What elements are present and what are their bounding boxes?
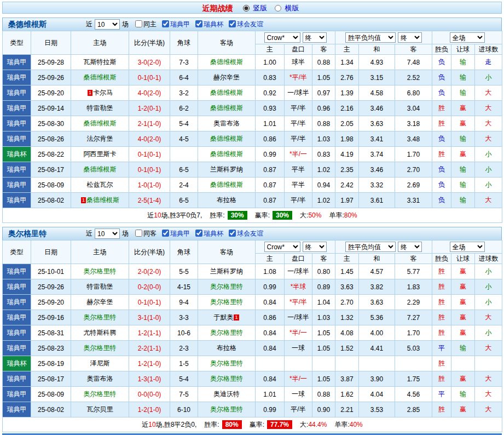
league-cell: 瑞典甲 <box>3 178 31 193</box>
score-cell: 2-2(1-1) <box>129 341 170 356</box>
filter-checkbox-3[interactable]: 球会友谊 <box>229 229 263 238</box>
col-avg-draw: 和 <box>359 44 395 55</box>
avg-type-select[interactable]: 胜平负均值 <box>345 32 396 43</box>
avg-home-cell: 1.62 <box>335 387 359 402</box>
summary-row: 近10场,胜3平0负7,胜率:30%赢率:30%大:50%单率:80% <box>3 208 502 223</box>
away-team-cell: 兰斯科罗纳 <box>198 162 256 178</box>
full-group-header: 全场 <box>432 241 502 254</box>
view-horizontal-radio[interactable]: 横版 <box>275 4 299 12</box>
avg-time-select[interactable]: 终 <box>398 242 422 252</box>
away-team-cell: 奥尔格里特 <box>198 279 256 295</box>
scope-select[interactable]: 全场 <box>450 32 485 43</box>
corner-cell: 3-2 <box>170 85 198 101</box>
avg-away-cell: 1.70 <box>395 147 432 162</box>
odds-time-select[interactable]: 终 <box>303 32 327 43</box>
odds-away-cell: 0.88 <box>312 116 335 131</box>
goals-cell: 大 <box>475 341 502 356</box>
filter-checkbox-input-3[interactable] <box>229 230 236 237</box>
avg-time-select[interactable]: 终 <box>398 32 422 43</box>
score-cell: 2-1(1-0) <box>129 116 170 131</box>
odds-time-select[interactable]: 终 <box>303 242 327 252</box>
bookmaker-select[interactable]: Crow* <box>264 242 300 252</box>
full-group-header: 全场 <box>432 31 502 44</box>
filter-checkbox-input-2[interactable] <box>195 230 202 237</box>
league-cell: 瑞典甲 <box>3 341 31 356</box>
filter-checkbox-input-1[interactable] <box>162 230 169 237</box>
home-team-cell: 法尔肯堡 <box>71 131 129 147</box>
odds-home-cell: 0.84 <box>256 341 285 356</box>
filter-checkbox-0[interactable]: 同客 <box>135 229 157 238</box>
date-cell: 25-08-22 <box>31 147 71 162</box>
avg-away-cell: 2.85 <box>395 402 432 417</box>
red-card-badge: 1 <box>234 314 239 320</box>
filter-checkbox-input-1[interactable] <box>162 20 169 27</box>
home-team-cell: 松兹瓦尔 <box>71 178 129 193</box>
home-team-name: 法尔肯堡 <box>87 135 113 142</box>
result-cell: 负 <box>432 193 451 208</box>
filter-checkbox-input-2[interactable] <box>195 20 202 27</box>
col-avg-away: 客 <box>395 44 432 55</box>
team-name: 奥尔格里特 <box>8 229 47 239</box>
filter-checkbox-input-0[interactable] <box>135 230 142 237</box>
odds-home-cell: 0.99 <box>256 402 285 417</box>
handicap-result-cell: 赢 <box>451 325 475 341</box>
avg-away-cell: 1.83 <box>395 279 432 295</box>
away-team-name: 于默奥 <box>213 313 233 321</box>
view-vertical-label: 竖版 <box>253 4 267 12</box>
home-team-name: 桑德维根斯 <box>84 165 117 173</box>
date-cell: 25-08-17 <box>31 371 71 387</box>
avg-home-cell: 2.76 <box>335 70 359 85</box>
away-team-name: 奥尔格里特 <box>210 359 243 367</box>
filter-checkbox-2[interactable]: 瑞典杯 <box>195 229 223 238</box>
summary-near: 近 <box>147 211 154 219</box>
odds-group-header: Crow*终 <box>256 31 335 44</box>
result-cell: 负 <box>432 85 451 101</box>
view-vertical-radio-input[interactable] <box>243 5 250 12</box>
match-row: 瑞典甲25-08-17桑德维根斯0-1(0-1)6-5兰斯科罗纳0.87平半1.… <box>3 162 502 178</box>
odds-away-cell: 0.90 <box>312 402 335 417</box>
filter-checkbox-label: 同主 <box>143 20 157 28</box>
result-cell: 胜 <box>432 356 451 371</box>
handicap-result-cell: 赢 <box>451 279 475 295</box>
date-cell: 25-09-26 <box>31 70 71 85</box>
filter-checkbox-input-0[interactable] <box>135 20 142 27</box>
scope-select[interactable]: 全场 <box>450 242 485 252</box>
match-row: 瑞典甲25-09-201卡尔马4-0(2-0)3-2桑德维根斯0.92一/球半0… <box>3 85 502 101</box>
filter-checkbox-input-3[interactable] <box>229 20 236 27</box>
away-team-name: 奥尔格里特 <box>210 283 243 290</box>
filter-checkbox-0[interactable]: 同主 <box>135 20 157 29</box>
home-team-cell: 桑德维根斯 <box>71 70 129 85</box>
view-vertical-radio[interactable]: 竖版 <box>243 4 269 12</box>
unit-label: 场 <box>122 20 129 29</box>
handicap-cell: 一/球半 <box>285 310 312 325</box>
date-cell: 25-08-02 <box>31 402 71 417</box>
col-odds-home: 主 <box>256 254 285 264</box>
odds-home-cell: 0.99 <box>256 279 285 295</box>
avg-draw-cell: 3.90 <box>359 371 395 387</box>
match-count-select[interactable]: 10 <box>95 228 120 239</box>
date-cell: 25-09-20 <box>31 295 71 310</box>
filter-checkbox-2[interactable]: 瑞典杯 <box>195 20 223 29</box>
avg-home-cell: 3.63 <box>335 279 359 295</box>
odds-home-cell: 0.84 <box>256 325 285 341</box>
summary-count: 10 <box>148 421 155 428</box>
filter-checkbox-3[interactable]: 球会友谊 <box>229 20 263 29</box>
avg-draw-cell: 3.82 <box>359 279 395 295</box>
bookmaker-select[interactable]: Crow* <box>264 32 300 43</box>
avg-type-select[interactable]: 胜平负均值 <box>345 242 396 252</box>
win-rate-badge: 30% <box>228 211 247 220</box>
match-row: 瑞典甲25-08-31尤特斯科腾1-2(1-1)10-6奥尔格里特0.84*半/… <box>3 325 502 341</box>
home-team-name: 尤特斯科腾 <box>84 329 117 336</box>
match-count-select[interactable]: 10 <box>95 19 120 30</box>
single-rate-value: 40% <box>350 421 363 428</box>
handicap-result-cell: 赢 <box>451 116 475 131</box>
avg-home-cell: 1.97 <box>335 193 359 208</box>
filter-checkbox-1[interactable]: 瑞典甲 <box>162 20 190 29</box>
match-row: 瑞典甲25-08-021桑德维根斯2-5(1-4)6-5布拉格0.87平/半1.… <box>3 193 502 208</box>
league-cell: 瑞典甲 <box>3 70 31 85</box>
filter-checkbox-1[interactable]: 瑞典甲 <box>162 229 190 238</box>
corner-cell: 5-4 <box>170 116 198 131</box>
big-rate-value: 44.4% <box>308 421 327 428</box>
home-team-name: 卡尔马 <box>93 89 113 96</box>
view-horizontal-radio-input[interactable] <box>275 5 281 12</box>
